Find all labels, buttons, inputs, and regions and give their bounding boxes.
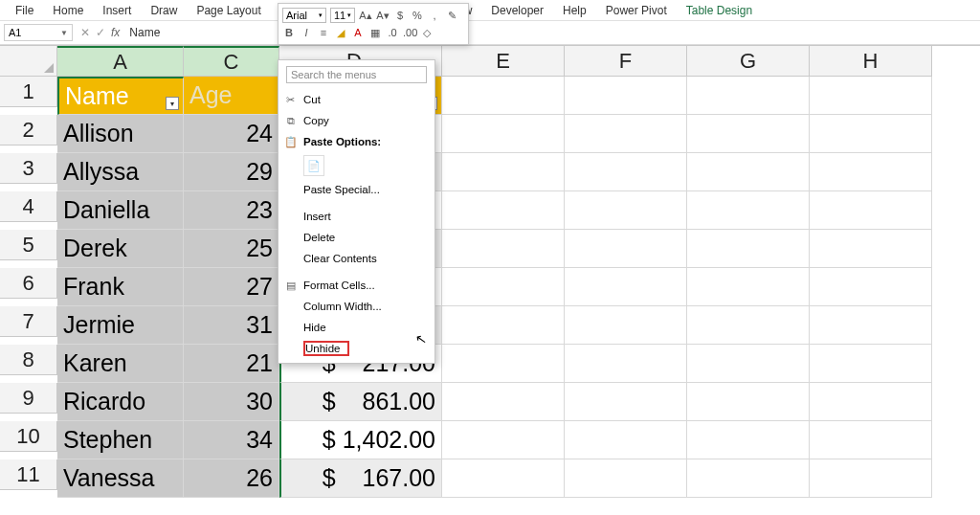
menu-hide[interactable]: Hide [278, 317, 434, 338]
cell-e4[interactable] [442, 191, 565, 230]
cell-f5[interactable] [565, 230, 687, 268]
cell-e9[interactable] [442, 383, 565, 421]
cell-c5[interactable]: 25 [184, 230, 279, 268]
cell-g6[interactable] [687, 268, 810, 306]
cell-h5[interactable] [810, 230, 932, 268]
decrease-font-icon[interactable]: A▾ [376, 10, 390, 22]
formula-content[interactable]: Name [129, 26, 160, 39]
cell-a5[interactable]: Derek [57, 230, 184, 268]
cell-c6[interactable]: 27 [184, 268, 279, 306]
cancel-icon[interactable]: ✕ [78, 26, 92, 39]
cell-c11[interactable]: 26 [184, 459, 279, 498]
row-header-4[interactable]: 4 [0, 191, 57, 222]
align-icon[interactable]: ≡ [317, 27, 330, 38]
row-header-3[interactable]: 3 [0, 153, 57, 184]
format-painter-icon[interactable]: ✎ [445, 10, 458, 22]
cell-a2[interactable]: Allison [57, 115, 184, 153]
tab-page-layout[interactable]: Page Layout [187, 1, 270, 20]
cell-a4[interactable]: Daniella [57, 191, 184, 230]
col-header-f[interactable]: F [565, 46, 687, 77]
cell-h3[interactable] [810, 153, 932, 191]
menu-unhide[interactable]: Unhide [278, 338, 434, 359]
tab-help[interactable]: Help [553, 1, 596, 20]
row-header-2[interactable]: 2 [0, 115, 57, 146]
cell-h8[interactable] [810, 345, 932, 383]
cell-f11[interactable] [565, 459, 687, 498]
cell-c8[interactable]: 21 [184, 345, 279, 383]
cell-f8[interactable] [565, 345, 687, 383]
row-header-9[interactable]: 9 [0, 383, 57, 414]
paste-option-values[interactable]: 📄 [278, 152, 434, 179]
row-header-10[interactable]: 10 [0, 421, 57, 452]
menu-paste-special[interactable]: Paste Special... [278, 179, 434, 200]
row-header-5[interactable]: 5 [0, 230, 57, 260]
fx-icon[interactable]: fx [111, 26, 120, 39]
cell-g11[interactable] [687, 459, 810, 498]
cell-e3[interactable] [442, 153, 565, 191]
menu-copy[interactable]: ⧉Copy [278, 110, 434, 131]
cell-a7[interactable]: Jermie [57, 306, 184, 345]
cell-a8[interactable]: Karen [57, 345, 184, 383]
cell-e11[interactable] [442, 459, 565, 498]
cell-c10[interactable]: 34 [184, 421, 279, 459]
cell-a3[interactable]: Allyssa [57, 153, 184, 191]
row-header-11[interactable]: 11 [0, 459, 57, 490]
cell-e6[interactable] [442, 268, 565, 306]
cell-f4[interactable] [565, 191, 687, 230]
cell-e8[interactable] [442, 345, 565, 383]
italic-icon[interactable]: I [300, 27, 313, 38]
cell-c2[interactable]: 24 [184, 115, 279, 153]
bold-icon[interactable]: B [282, 27, 296, 38]
cell-a1[interactable]: Name ▾ [57, 77, 184, 115]
tab-file[interactable]: File [6, 1, 43, 20]
cell-f6[interactable] [565, 268, 687, 306]
tab-table-design[interactable]: Table Design [677, 1, 762, 20]
cell-h10[interactable] [810, 421, 932, 459]
cell-c4[interactable]: 23 [184, 191, 279, 230]
cell-g5[interactable] [687, 230, 810, 268]
row-header-7[interactable]: 7 [0, 306, 57, 337]
comma-icon[interactable]: , [428, 10, 441, 21]
cell-h1[interactable] [810, 77, 932, 115]
chevron-down-icon[interactable]: ▼ [60, 29, 68, 37]
cell-g2[interactable] [687, 115, 810, 153]
font-size-selector[interactable]: 11▾ [330, 8, 355, 23]
menu-insert[interactable]: Insert [278, 206, 434, 227]
cell-c7[interactable]: 31 [184, 306, 279, 345]
cell-h4[interactable] [810, 191, 932, 230]
menu-search-input[interactable]: Search the menus [286, 66, 427, 83]
cell-e2[interactable] [442, 115, 565, 153]
tab-insert[interactable]: Insert [93, 1, 141, 20]
menu-delete[interactable]: Delete [278, 227, 434, 248]
cell-e5[interactable] [442, 230, 565, 268]
row-header-1[interactable]: 1 [0, 77, 57, 107]
increase-decimal-icon[interactable]: .00 [403, 27, 416, 38]
font-color-icon[interactable]: A [351, 27, 365, 38]
col-header-h[interactable]: H [810, 46, 932, 77]
name-box[interactable]: A1 ▼ [4, 24, 73, 41]
cell-g3[interactable] [687, 153, 810, 191]
col-header-a[interactable]: A [57, 46, 184, 77]
fill-color-icon[interactable]: ◢ [334, 27, 347, 39]
filter-dropdown-icon[interactable]: ▾ [166, 97, 179, 110]
cell-f9[interactable] [565, 383, 687, 421]
cell-h11[interactable] [810, 459, 932, 498]
cell-g7[interactable] [687, 306, 810, 345]
decrease-decimal-icon[interactable]: .0 [386, 27, 399, 38]
menu-clear-contents[interactable]: Clear Contents [278, 248, 434, 269]
cell-g9[interactable] [687, 383, 810, 421]
tab-home[interactable]: Home [43, 1, 93, 20]
menu-cut[interactable]: ✂Cut [278, 89, 434, 110]
cell-a6[interactable]: Frank [57, 268, 184, 306]
cell-c3[interactable]: 29 [184, 153, 279, 191]
row-header-8[interactable]: 8 [0, 345, 57, 375]
percent-icon[interactable]: % [411, 10, 424, 21]
cell-g4[interactable] [687, 191, 810, 230]
row-header-6[interactable]: 6 [0, 268, 57, 299]
cell-f3[interactable] [565, 153, 687, 191]
cell-c1[interactable]: Age [184, 77, 279, 115]
col-header-e[interactable]: E [442, 46, 565, 77]
cell-a10[interactable]: Stephen [57, 421, 184, 459]
cell-f1[interactable] [565, 77, 687, 115]
cell-f2[interactable] [565, 115, 687, 153]
